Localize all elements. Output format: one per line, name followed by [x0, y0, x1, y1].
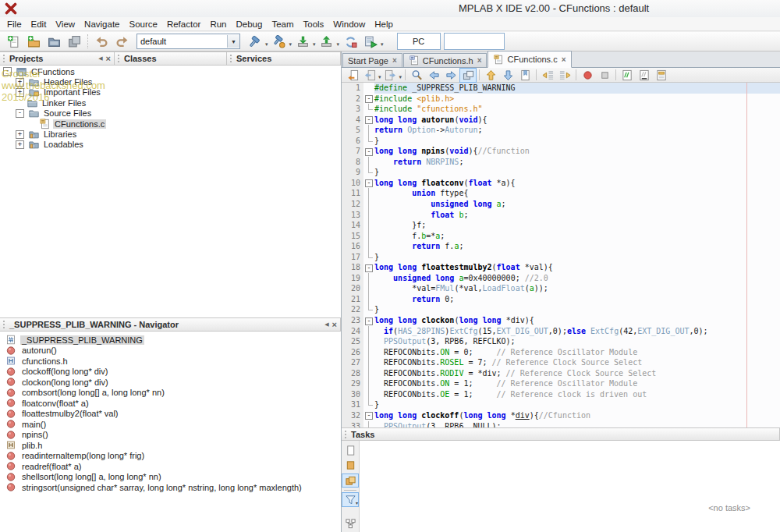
code-line-24[interactable]: 24 if(HAS_28PINS)ExtCfg(15,EXT_DIG_OUT,0…	[342, 326, 780, 337]
navigator-item-cfunctions-h[interactable]: cfunctions.h	[0, 356, 341, 367]
menu-item-window[interactable]: Window	[328, 19, 370, 30]
navigator-item-combsort-long-long-a-long-long-nn[interactable]: combsort(long long[] a, long long* nn)	[0, 388, 341, 399]
fold-margin[interactable]: -	[363, 115, 374, 126]
toolbar-save-all-button[interactable]	[64, 32, 84, 51]
line-number[interactable]: 3	[342, 104, 363, 115]
fold-collapse-icon[interactable]: -	[365, 412, 373, 420]
tree-item-loadables[interactable]: +Loadables	[0, 140, 340, 150]
tree-item-important-files[interactable]: +Important Files	[0, 87, 340, 98]
find-selection-button[interactable]	[408, 68, 425, 83]
line-number[interactable]: 1	[342, 83, 363, 94]
last-edit-button[interactable]	[344, 68, 361, 83]
fold-collapse-icon[interactable]: -	[365, 179, 373, 187]
tab-close-icon[interactable]: ×	[562, 55, 566, 64]
navigator-panel-header[interactable]: _SUPPRESS_PLIB_WARNING - Navigator ◀×	[0, 317, 341, 332]
line-number[interactable]: 29	[342, 378, 363, 389]
comment-button[interactable]	[619, 68, 636, 83]
line-number[interactable]: 30	[342, 389, 363, 400]
line-number[interactable]: 10	[342, 178, 363, 189]
navigator-item-shellsort-long-long-a-long-long-nn[interactable]: shellsort(long long[] a, long long* nn)	[0, 472, 341, 483]
navigator-item-main[interactable]: main()	[0, 419, 341, 430]
navigator-item-npins[interactable]: npins()	[0, 430, 341, 441]
uncomment-button[interactable]	[636, 68, 653, 83]
pc-field[interactable]: PC	[397, 33, 441, 50]
line-number[interactable]: 23	[342, 315, 363, 326]
toolbar-undo-button[interactable]	[91, 32, 112, 51]
code-line-15[interactable]: 15 f.b=*a;	[342, 231, 780, 242]
dropdown-caret-icon[interactable]: ▾	[381, 41, 384, 48]
code-line-25[interactable]: 25 PPSOutput(3, RPB6, REFCLKO);	[342, 336, 780, 347]
code-line-11[interactable]: 11 union ftype{	[342, 188, 780, 199]
tree-item-header-files[interactable]: +Header Files	[0, 76, 340, 87]
fold-margin[interactable]: -	[363, 94, 374, 105]
code-line-30[interactable]: 30 REFOCONbits.OE = 1; // Reference cloc…	[342, 389, 780, 400]
fold-collapse-icon[interactable]: -	[365, 148, 373, 156]
toolbar-build-button[interactable]	[245, 32, 265, 51]
stop-macro-button[interactable]	[596, 68, 613, 83]
dropdown-caret-icon[interactable]: ▾	[313, 41, 316, 48]
code-line-3[interactable]: 3#include "cfunctions.h"	[342, 104, 780, 115]
tab-close-icon[interactable]: ×	[392, 56, 397, 65]
line-number[interactable]: 16	[342, 241, 363, 252]
toolbar-read-device-button[interactable]	[317, 32, 337, 51]
toggle-highlight-button[interactable]	[459, 68, 477, 83]
find-previous-button[interactable]	[425, 68, 442, 83]
toolbar-debug-run-button[interactable]	[360, 32, 381, 51]
code-line-23[interactable]: 23-long long clockon(long long *div){	[342, 315, 780, 326]
back-button[interactable]	[361, 68, 378, 83]
code-line-14[interactable]: 14 }f;	[342, 220, 780, 231]
dropdown-caret-icon[interactable]: ▾	[356, 500, 358, 505]
line-number[interactable]: 12	[342, 199, 363, 210]
code-line-29[interactable]: 29 REFOCONbits.ON = 1; // Reference Osci…	[342, 378, 780, 389]
code-line-33[interactable]: 33 PPSOutput(3, RPB6, NULL);	[342, 421, 780, 428]
expand-toggle-icon[interactable]: +	[16, 140, 24, 149]
line-number[interactable]: 7	[342, 146, 363, 157]
code-line-12[interactable]: 12 unsigned long a;	[342, 199, 780, 210]
line-number[interactable]: 21	[342, 294, 363, 305]
line-number[interactable]: 14	[342, 220, 363, 231]
code-line-32[interactable]: 32-long long clockoff(long long *div){//…	[342, 410, 780, 421]
fold-collapse-icon[interactable]: -	[365, 317, 373, 325]
menu-item-source[interactable]: Source	[124, 19, 161, 30]
expand-toggle-icon[interactable]: +	[16, 78, 24, 87]
code-line-7[interactable]: 7-long long npins(void){//Cfunction	[342, 146, 780, 157]
line-number[interactable]: 26	[342, 347, 363, 358]
code-line-18[interactable]: 18-long long floattestmulby2(float *val)…	[342, 262, 780, 273]
tab-close-icon[interactable]: ×	[477, 56, 482, 65]
combo-dropdown-icon[interactable]: ▼	[227, 35, 239, 48]
next-bookmark-button[interactable]	[499, 68, 516, 83]
find-next-button[interactable]	[442, 68, 459, 83]
tree-item-cfunctions-c[interactable]: CFunctions.c	[0, 119, 340, 129]
line-number[interactable]: 31	[342, 399, 363, 410]
navigator-item-clockoff-long-long-div[interactable]: clockoff(long long* div)	[0, 367, 341, 378]
dropdown-caret-icon[interactable]: ▾	[399, 74, 402, 80]
line-number[interactable]: 8	[342, 157, 363, 168]
code-line-21[interactable]: 21 return 0;	[342, 294, 780, 305]
code-line-26[interactable]: 26 REFOCONbits.ON = 0; // Reference Osci…	[342, 347, 780, 358]
fold-collapse-icon[interactable]: -	[365, 95, 373, 103]
memory-field[interactable]	[444, 33, 505, 50]
classes-panel-header[interactable]: Classes	[115, 51, 227, 66]
code-line-5[interactable]: 5return Option->Autorun;	[342, 125, 780, 136]
toolbar-redo-button[interactable]	[112, 32, 132, 51]
line-number[interactable]: 9	[342, 167, 363, 178]
code-line-17[interactable]: 17}	[342, 252, 780, 263]
tab-start-page[interactable]: Start Page×	[342, 53, 402, 67]
tab-cfunctions-h[interactable]: CFunctions.h×	[403, 53, 488, 67]
tasks-panel-header[interactable]: Tasks	[342, 427, 780, 441]
task-group-button[interactable]	[342, 517, 359, 531]
navigator-item-floattestmulby2-float-val[interactable]: floattestmulby2(float* val)	[0, 409, 341, 420]
dropdown-caret-icon[interactable]: ▾	[289, 41, 292, 48]
collapse-toggle-icon[interactable]: -	[16, 109, 24, 118]
menu-item-help[interactable]: Help	[370, 19, 398, 30]
line-number[interactable]: 22	[342, 304, 363, 315]
line-number[interactable]: 17	[342, 252, 363, 263]
line-number[interactable]: 32	[342, 410, 363, 421]
tree-item-linker-files[interactable]: Linker Files	[0, 98, 340, 108]
menu-item-file[interactable]: File	[2, 19, 27, 30]
dropdown-caret-icon[interactable]: ▾	[265, 41, 268, 48]
task-filter-button[interactable]: ▾	[342, 492, 359, 506]
line-number[interactable]: 18	[342, 262, 363, 273]
tree-item-source-files[interactable]: -Source Files	[0, 108, 340, 119]
toolbar-new-project-button[interactable]	[23, 32, 44, 51]
